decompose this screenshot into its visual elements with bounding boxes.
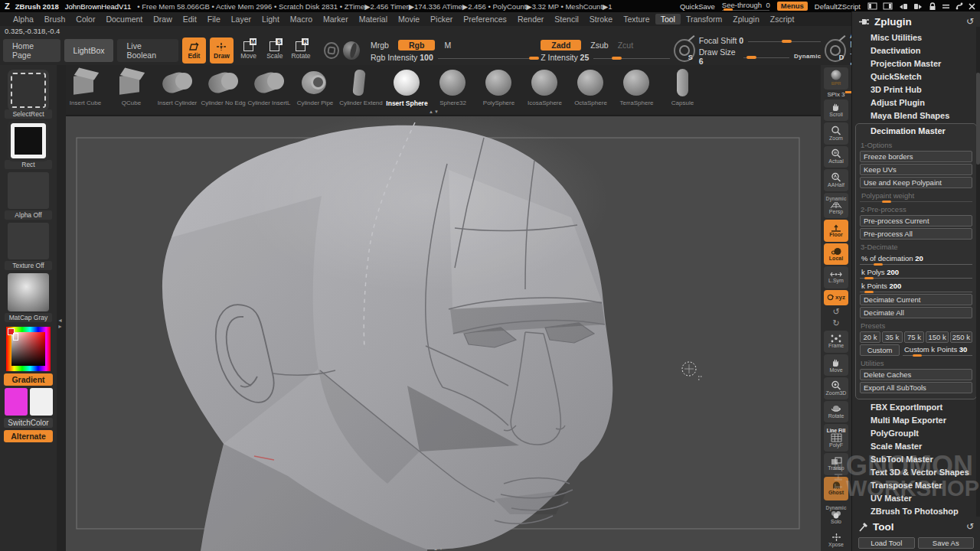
stroke-settings-icon[interactable]: S — [674, 39, 695, 62]
tool-reset-icon[interactable]: ↺ — [966, 521, 974, 532]
actual-button[interactable]: Actual — [824, 146, 848, 168]
keep-uvs-button[interactable]: Keep UVs — [860, 164, 972, 175]
panel-reset-icon[interactable]: ↺ — [966, 16, 974, 27]
tray-collapse-arrows[interactable]: ◄► — [57, 318, 63, 330]
menu-item[interactable]: Preferences — [458, 14, 512, 24]
mrgb-button[interactable]: Mrgb — [371, 41, 389, 50]
preset-button[interactable]: 150 k — [926, 331, 948, 343]
zplugin-menu-item[interactable]: Multi Map Exporter — [852, 414, 980, 427]
main-color-swatch[interactable] — [5, 388, 28, 416]
next-brush-icon[interactable] — [913, 2, 923, 11]
menu-item[interactable]: Layer — [226, 14, 256, 24]
preset-button[interactable]: 35 k — [882, 331, 903, 343]
secondary-color-swatch[interactable] — [30, 388, 53, 416]
menu-item[interactable]: File — [202, 14, 226, 24]
shelf-tool-item[interactable]: PolySphere — [476, 67, 521, 115]
menu-item[interactable]: Stroke — [584, 14, 618, 24]
shelf-tool-item[interactable]: QCube — [109, 67, 154, 115]
home-page-button[interactable]: Home Page — [3, 39, 60, 62]
menu-item[interactable]: Texture — [618, 14, 655, 24]
menu-item[interactable]: Transform — [681, 14, 727, 24]
decimation-master-title[interactable]: Decimation Master — [860, 125, 972, 138]
left-tray-toggle-icon[interactable] — [867, 2, 877, 10]
shelf-tool-item[interactable]: OctaSphere — [568, 67, 613, 115]
preset-button[interactable]: 75 k — [904, 331, 925, 343]
previous-brush-icon[interactable] — [898, 2, 908, 11]
shelf-tool-item[interactable]: IcosaSphere — [522, 67, 567, 115]
custom-button[interactable]: Custom — [860, 344, 900, 356]
draw-settings-icon[interactable]: D — [825, 39, 846, 62]
spix-slider[interactable]: SPix 3 — [827, 91, 844, 98]
minimize-icon[interactable] — [942, 3, 950, 10]
menu-item[interactable]: Material — [354, 14, 393, 24]
menu-item[interactable]: Color — [70, 14, 100, 24]
zplugin-header[interactable]: Zplugin ↺ — [852, 11, 980, 31]
menu-item[interactable]: Movie — [393, 14, 425, 24]
shelf-tool-item[interactable]: TerraSphere — [614, 67, 659, 115]
shelf-tool-item[interactable]: Cylinder No Edg — [201, 67, 246, 115]
gradient-button[interactable]: Gradient — [4, 373, 53, 386]
percent-decimation-slider[interactable]: % of decimation 20 — [860, 253, 972, 265]
select-tool-slot[interactable]: SelectRect — [0, 73, 57, 119]
zsub-button[interactable]: Zsub — [590, 41, 608, 50]
zoom-button[interactable]: Zoom — [824, 122, 848, 145]
zplugin-menu-item[interactable]: Misc Utilities — [852, 31, 980, 44]
polypaint-weight-slider[interactable]: Polypaint weight — [860, 191, 972, 202]
menu-item[interactable]: Zplugin — [727, 14, 764, 24]
edit-button[interactable]: Edit — [182, 37, 206, 64]
xpose-button[interactable]: Xpose — [824, 530, 848, 551]
persp-button[interactable]: Dynamic Persp — [824, 193, 848, 218]
preset-button[interactable]: 20 k — [860, 331, 880, 343]
shelf-tool-item[interactable]: Insert Cube — [63, 67, 108, 115]
zplugin-menu-item[interactable]: SubTool Master — [852, 453, 980, 466]
alpha-slot[interactable]: Alpha Off — [0, 172, 57, 220]
see-through-slider[interactable]: See-through 0 — [722, 2, 770, 11]
z-intensity-slider[interactable]: Z Intensity 25 — [541, 53, 670, 62]
load-tool-button[interactable]: Load Tool — [858, 537, 915, 549]
zoom3d-button[interactable]: Zoom3D — [824, 377, 848, 399]
zplugin-menu-item[interactable]: ZBrush To Photoshop — [852, 505, 980, 518]
zplugin-menu-item[interactable]: Maya Blend Shapes — [852, 109, 980, 122]
color-picker[interactable] — [6, 327, 51, 371]
close-icon[interactable] — [969, 3, 975, 10]
zcut-button[interactable]: Zcut — [618, 41, 633, 50]
preset-button[interactable]: 250 k — [950, 331, 972, 343]
stroke-slot[interactable]: Rect — [0, 123, 57, 169]
ghost-button[interactable]: Ghost — [824, 477, 848, 501]
menu-item[interactable]: Edit — [178, 14, 202, 24]
zplugin-menu-item[interactable]: PolyGroupIt — [852, 427, 980, 440]
polyframe-button[interactable]: Line Fill PolyF — [824, 424, 848, 451]
menu-item[interactable]: Macro — [285, 14, 318, 24]
scroll-button[interactable]: Scroll — [824, 99, 848, 122]
zplugin-menu-item[interactable]: 3D Print Hub — [852, 83, 980, 96]
m-button[interactable]: M — [444, 41, 451, 50]
solo-button[interactable]: Dynamic Solo — [824, 502, 848, 527]
menu-item[interactable]: Draw — [148, 14, 178, 24]
default-zscript-button[interactable]: DefaultZScript — [815, 2, 861, 11]
preprocess-all-button[interactable]: Pre-process All — [860, 228, 972, 240]
zplugin-menu-item[interactable]: Deactivation — [852, 44, 980, 57]
viewport-canvas[interactable]: ▲▼ — [66, 116, 821, 551]
floor-button[interactable]: Floor — [824, 220, 848, 242]
sculptris-pro-button[interactable] — [324, 42, 339, 59]
preprocess-current-button[interactable]: Pre-process Current — [860, 215, 972, 227]
transp-button[interactable]: Transp — [824, 453, 848, 475]
zplugin-menu-item[interactable]: Transpose Master — [852, 479, 980, 492]
right-tray-toggle-icon[interactable] — [883, 2, 893, 10]
zplugin-menu-item[interactable]: Scale Master — [852, 440, 980, 453]
bpr-button[interactable]: BPR — [824, 67, 848, 90]
live-boolean-button[interactable]: Live Boolean — [117, 39, 178, 62]
zadd-button[interactable]: Zadd — [541, 40, 581, 51]
sculpted-head[interactable] — [162, 116, 612, 551]
left-tray-divider[interactable]: ◄► — [57, 65, 66, 551]
frame-button[interactable]: Frame — [824, 331, 848, 353]
material-slot[interactable]: MatCap Gray — [0, 273, 57, 322]
rotate-view-button[interactable]: Rotate — [824, 401, 848, 423]
save-as-button[interactable]: Save As — [918, 537, 975, 549]
see-through-handle[interactable] — [724, 8, 733, 11]
freeze-borders-button[interactable]: Freeze borders — [860, 151, 972, 162]
shelf-tool-item[interactable]: Cylinder InsertL — [247, 67, 292, 115]
rgb-button[interactable]: Rgb — [398, 40, 435, 51]
menu-item[interactable]: Stencil — [549, 14, 584, 24]
export-all-subtools-button[interactable]: Export All SubTools — [860, 382, 972, 393]
